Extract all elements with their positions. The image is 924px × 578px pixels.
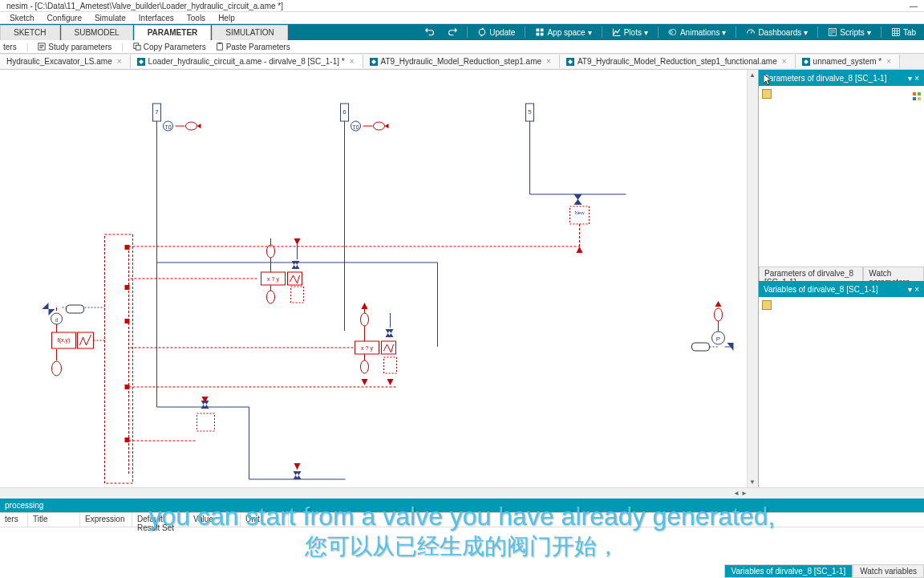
left-components: d f(x,y) — [43, 303, 105, 376]
grid-icon[interactable] — [913, 89, 921, 97]
valve-lower-left — [129, 263, 249, 479]
divider — [736, 26, 736, 38]
svg-point-23 — [186, 122, 197, 130]
svg-rect-4 — [541, 33, 544, 36]
menu-bar: Sketch Configure Simulate Interfaces Too… — [0, 12, 924, 24]
doc-tab-4[interactable]: unnamed_system *× — [796, 55, 900, 68]
svg-text:T0: T0 — [352, 124, 359, 130]
bottom-merge — [249, 463, 346, 479]
svg-text:x ? y: x ? y — [267, 276, 279, 283]
panel-body-parameters[interactable] — [759, 86, 924, 267]
svg-point-77 — [361, 360, 369, 373]
svg-text:7: 7 — [155, 108, 159, 116]
port-6: 6 T0 — [341, 104, 389, 331]
dashboards-button[interactable]: Dashboards ▾ — [741, 26, 813, 39]
menu-configure[interactable]: Configure — [41, 14, 88, 22]
tab-submodel[interactable]: SUBMODEL — [61, 25, 133, 40]
svg-rect-13 — [218, 43, 221, 44]
canvas-area[interactable]: 7 T0 6 T0 5 — [0, 70, 747, 487]
port-5: 5 — [526, 104, 534, 194]
divider — [467, 26, 468, 38]
tab-sketch[interactable]: SKETCH — [0, 25, 60, 40]
tab-parameter[interactable]: PARAMETER — [134, 25, 212, 40]
divider — [817, 26, 818, 38]
tab-watch-variables[interactable]: Watch variables — [853, 564, 924, 578]
tab-variables[interactable]: Variables of dirvalve_8 [SC_1-1] — [724, 564, 853, 578]
menu-tools[interactable]: Tools — [180, 14, 212, 22]
plots-button[interactable]: Plots ▾ — [607, 26, 653, 39]
col-ters[interactable]: ters — [0, 513, 28, 527]
col-default-result-set[interactable]: Default Result Set — [132, 513, 188, 527]
title-text: nesim - [C:\Data\11_Ametest\Valve_builde… — [6, 2, 283, 10]
svg-point-29 — [374, 122, 385, 130]
close-icon[interactable]: × — [885, 57, 893, 66]
valve-right: New — [129, 194, 626, 253]
minimize-button[interactable]: — — [910, 2, 918, 10]
svg-point-55 — [52, 361, 62, 376]
close-icon[interactable]: × — [545, 57, 553, 66]
close-icon[interactable]: × — [780, 57, 788, 66]
panel-menu-icon[interactable]: ▾ × — [908, 74, 919, 83]
svg-point-0 — [479, 29, 485, 35]
svg-rect-100 — [918, 97, 921, 100]
close-icon[interactable]: × — [348, 57, 356, 66]
col-value[interactable]: Value — [188, 513, 241, 527]
table-button[interactable]: Tab — [886, 26, 921, 39]
svg-rect-45 — [125, 438, 130, 442]
svg-rect-99 — [913, 97, 916, 100]
doc-tab-3[interactable]: AT9_Hydraulic_Model_Reduction_step1_func… — [560, 55, 796, 68]
animations-button[interactable]: Animations ▾ — [663, 26, 731, 39]
menu-help[interactable]: Help — [212, 14, 241, 22]
menu-interfaces[interactable]: Interfaces — [132, 14, 180, 22]
menu-simulate[interactable]: Simulate — [88, 14, 132, 22]
sub-toolbar: ters | Study parameters | Copy Parameter… — [0, 40, 924, 54]
tab-watch-parameters[interactable]: Watch parameters — [863, 267, 924, 281]
schematic-diagram: 7 T0 6 T0 5 — [0, 70, 747, 487]
valve-group-2: x ? y — [129, 303, 398, 387]
menu-sketch[interactable]: Sketch — [3, 14, 41, 22]
main-area: 7 T0 6 T0 5 — [0, 70, 924, 487]
svg-rect-98 — [918, 92, 921, 96]
svg-rect-41 — [125, 245, 130, 250]
panel-header-parameters: Parameters of dirvalve_8 [SC_1-1] ▾ × — [759, 70, 924, 86]
col-title[interactable]: Title — [28, 513, 80, 527]
svg-rect-94 — [692, 343, 710, 351]
svg-rect-43 — [125, 319, 130, 324]
panel-menu-icon[interactable]: ▾ × — [908, 285, 919, 294]
panel-body-variables[interactable] — [759, 297, 924, 313]
svg-rect-68 — [291, 287, 304, 303]
bottom-panel: ters Title Expression Default Result Set… — [0, 512, 924, 549]
bottom-tabs: Variables of dirvalve_8 [SC_1-1] Watch v… — [724, 564, 924, 578]
svg-rect-2 — [541, 29, 544, 32]
doc-tab-2[interactable]: AT9_Hydraulic_Model_Reduction_step1.ame× — [363, 55, 560, 68]
svg-text:f(x,y): f(x,y) — [58, 337, 71, 344]
paste-parameters-button[interactable]: Paste Parameters — [216, 43, 290, 51]
close-icon[interactable]: × — [116, 57, 124, 66]
copy-parameters-button[interactable]: Copy Parameters — [133, 43, 206, 51]
mode-tabs: SKETCH SUBMODEL PARAMETER SIMULATION — [0, 25, 289, 40]
col-unit[interactable]: Unit — [241, 513, 289, 527]
scripts-button[interactable]: Scripts ▾ — [823, 26, 876, 39]
svg-text:5: 5 — [528, 108, 532, 116]
svg-rect-42 — [125, 285, 130, 290]
bottom-table-header: ters Title Expression Default Result Set… — [0, 513, 924, 527]
tab-simulation[interactable]: SIMULATION — [212, 25, 287, 40]
col-expression[interactable]: Expression — [80, 513, 132, 527]
panel-empty — [759, 313, 924, 487]
tree-root-icon[interactable] — [762, 300, 772, 310]
study-parameters-button[interactable]: Study parameters — [38, 43, 111, 51]
appspace-button[interactable]: App space ▾ — [530, 26, 596, 39]
doc-tab-0[interactable]: Hydraulic_Excavator_LS.ame× — [0, 55, 131, 68]
svg-rect-86 — [197, 413, 215, 431]
tree-root-icon[interactable] — [762, 89, 772, 99]
svg-text:New: New — [574, 210, 585, 215]
redo-button[interactable] — [443, 26, 462, 39]
update-button[interactable]: Update — [472, 26, 520, 39]
tab-parameters[interactable]: Parameters of dirvalve_8 [SC_1-1] — [759, 267, 863, 281]
scrollbar-horizontal[interactable]: ◄ ► — [0, 487, 924, 499]
port-7: 7 T0 — [153, 104, 201, 263]
toolbar-right: Update App space ▾ Plots ▾ Animations ▾ … — [420, 24, 924, 40]
doc-tab-1[interactable]: Loader_hydraulic_circuit_a.ame - dirvalv… — [131, 55, 363, 68]
scrollbar-vertical[interactable] — [747, 70, 758, 487]
undo-button[interactable] — [420, 26, 440, 39]
